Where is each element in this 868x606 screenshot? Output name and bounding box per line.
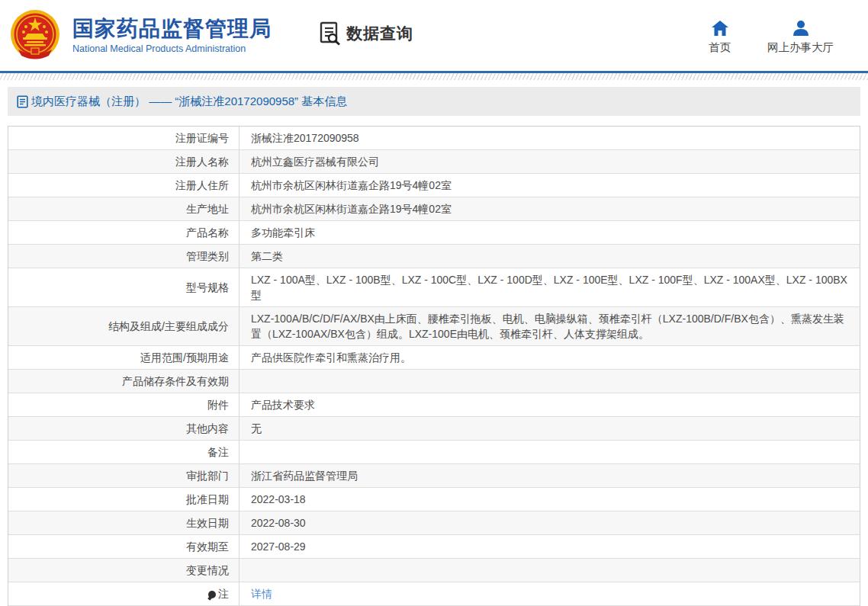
row-value: LXZ-100A/B/C/D/F/AX/BX由上床面、腰椎牵引拖板、电机、电脑操… [240,307,860,345]
hatch-stripe-band [0,73,868,80]
table-row: 型号规格LXZ - 100A型、LXZ - 100B型、LXZ - 100C型、… [8,268,860,307]
row-value: 浙械注准20172090958 [240,127,860,149]
row-value: 无 [240,417,860,440]
row-value: 杭州立鑫医疗器械有限公司 [240,150,860,173]
data-query-icon [319,21,342,46]
row-label: 产品名称 [8,221,240,244]
bulb-icon [208,591,216,598]
org-name-cn: 国家药品监督管理局 [72,17,272,41]
table-row: 有效期至2027-08-29 [8,535,860,559]
row-label: 注 [8,582,240,605]
table-row: 批准日期2022-03-18 [8,488,860,511]
row-label: 生产地址 [8,197,240,220]
data-query-label: 数据查询 [346,23,413,44]
row-value: 2022-08-30 [240,511,860,534]
table-row: 生产地址杭州市余杭区闲林街道嘉企路19号4幢02室 [8,197,860,221]
nav-home-label: 首页 [709,40,731,55]
row-value: 多功能牵引床 [240,221,860,244]
row-value [240,441,860,463]
row-label: 生效日期 [8,511,240,534]
table-row: 产品储存条件及有效期 [8,370,860,393]
row-value: 杭州市余杭区闲林街道嘉企路19号4幢02室 [240,174,860,197]
nav-home[interactable]: 首页 [709,20,731,55]
site-header: 国家药品监督管理局 National Medical Products Admi… [0,0,868,71]
detail-link[interactable]: 详情 [251,586,272,601]
row-label: 变更情况 [8,559,240,582]
row-value: LXZ - 100A型、LXZ - 100B型、LXZ - 100C型、LXZ … [240,268,860,306]
table-row: 适用范围/预期用途产品供医院作牵引和熏蒸治疗用。 [8,346,860,370]
data-query-section[interactable]: 数据查询 [319,21,413,46]
page-title-bar: 境内医疗器械（注册） —— “浙械注准20172090958” 基本信息 [8,87,860,116]
table-row: 生效日期2022-08-30 [8,511,860,535]
table-row: 结构及组成/主要组成成分LXZ-100A/B/C/D/F/AX/BX由上床面、腰… [8,307,860,346]
nmpa-logo-group[interactable]: 国家药品监督管理局 National Medical Products Admi… [8,8,272,63]
row-label: 注册证编号 [8,127,240,149]
row-label: 批准日期 [8,488,240,511]
document-icon [17,95,28,108]
row-label: 其他内容 [8,417,240,440]
row-value: 产品供医院作牵引和熏蒸治疗用。 [240,346,860,369]
table-row: 产品名称多功能牵引床 [8,221,860,245]
row-value: 2022-03-18 [240,488,860,511]
page-title: 境内医疗器械（注册） —— “浙械注准20172090958” 基本信息 [31,95,347,109]
table-row: 注详情 [8,582,860,606]
table-row: 管理类别第二类 [8,245,860,268]
row-label: 产品储存条件及有效期 [8,370,240,393]
row-value: 第二类 [240,245,860,268]
org-name-en: National Medical Products Administration [72,43,272,54]
row-label: 审批部门 [8,464,240,487]
row-value: 杭州市余杭区闲林街道嘉企路19号4幢02室 [240,197,860,220]
national-emblem-icon [8,8,63,63]
table-row: 备注 [8,441,860,464]
row-value: 产品技术要求 [240,393,860,416]
row-label: 有效期至 [8,535,240,558]
row-label: 注册人住所 [8,174,240,197]
row-label: 备注 [8,441,240,463]
row-label: 适用范围/预期用途 [8,346,240,369]
table-row: 变更情况 [8,559,860,582]
user-icon [792,20,810,37]
table-row: 注册证编号浙械注准20172090958 [8,127,860,150]
row-label: 型号规格 [8,268,240,306]
row-label: 管理类别 [8,245,240,268]
row-value: 详情 [240,582,860,605]
row-value: 浙江省药品监督管理局 [240,464,860,487]
registration-info-table: 注册证编号浙械注准20172090958注册人名称杭州立鑫医疗器械有限公司注册人… [8,126,860,606]
table-row: 注册人住所杭州市余杭区闲林街道嘉企路19号4幢02室 [8,174,860,197]
row-label: 注册人名称 [8,150,240,173]
org-titles: 国家药品监督管理局 National Medical Products Admi… [72,17,272,53]
row-label: 附件 [8,393,240,416]
nav-online-hall-label: 网上办事大厅 [767,40,834,55]
header-nav: 首页 网上办事大厅 [709,20,834,55]
row-label: 结构及组成/主要组成成分 [8,307,240,345]
home-icon [711,20,729,37]
row-value [240,370,860,393]
row-value: 2027-08-29 [240,535,860,558]
row-value [240,559,860,582]
nav-online-hall[interactable]: 网上办事大厅 [767,20,834,55]
table-row: 附件产品技术要求 [8,393,860,417]
table-row: 注册人名称杭州立鑫医疗器械有限公司 [8,150,860,174]
table-row: 审批部门浙江省药品监督管理局 [8,464,860,488]
table-row: 其他内容无 [8,417,860,441]
